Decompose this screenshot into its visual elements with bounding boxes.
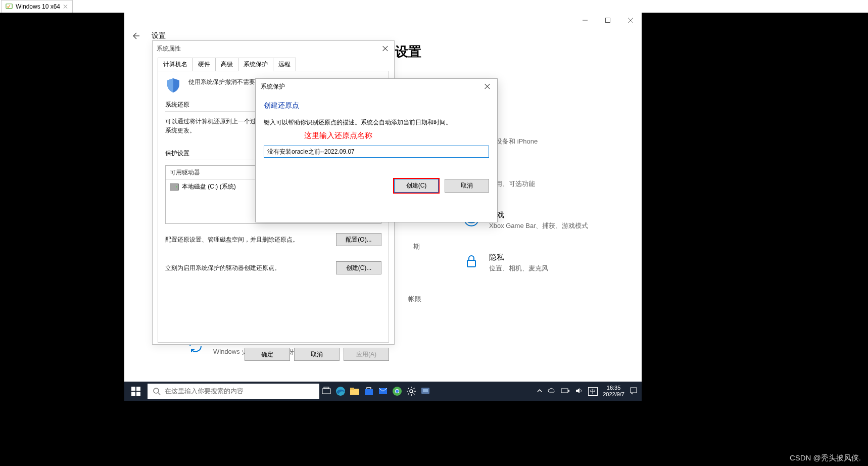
settings-heading: 设置 xyxy=(395,43,421,61)
svg-rect-11 xyxy=(136,392,140,396)
explorer-icon[interactable] xyxy=(348,382,362,401)
store-icon[interactable] xyxy=(362,382,376,401)
maximize-button[interactable] xyxy=(596,13,619,28)
feature-accounts-fragment: 帐限 xyxy=(408,295,421,304)
guest-desktop: 设置 设置 机 接 Android 设备和 iPhone 用 戈、默认应用、可选… xyxy=(124,13,642,401)
configure-button[interactable]: 配置(O)... xyxy=(336,233,381,246)
cancel-button[interactable]: 取消 xyxy=(445,179,489,193)
vm-tab-close-icon[interactable] xyxy=(63,4,68,9)
sysprop-button-row: 确定 取消 应用(A) xyxy=(158,348,389,361)
feature-title: 隐私 xyxy=(489,253,548,262)
feature-sub: Xbox Game Bar、捕获、游戏模式 xyxy=(489,221,589,230)
vm-tab[interactable]: Windows 10 x64 xyxy=(1,0,73,13)
settings-app-title: 设置 xyxy=(152,31,166,40)
svg-line-13 xyxy=(158,393,160,395)
drive-item-label: 本地磁盘 (C:) (系统) xyxy=(182,182,236,191)
feature-time-fragment: 期 xyxy=(413,242,420,251)
svg-rect-2 xyxy=(605,18,610,23)
svg-rect-14 xyxy=(322,389,330,394)
tab-system-protection[interactable]: 系统保护 xyxy=(238,58,273,71)
taskbar-clock[interactable]: 16:35 2022/9/7 xyxy=(603,385,624,397)
restore-point-name-input[interactable] xyxy=(264,146,489,158)
clock-time: 16:35 xyxy=(603,385,624,391)
svg-rect-29 xyxy=(631,388,637,393)
apply-button: 应用(A) xyxy=(344,348,389,361)
search-icon xyxy=(153,387,161,395)
clock-date: 2022/9/7 xyxy=(603,391,624,398)
annotation-text: 这里输入还原点名称 xyxy=(304,131,489,141)
feature-privacy[interactable]: 隐私 位置、相机、麦克风 xyxy=(463,253,635,273)
lock-icon xyxy=(463,253,480,270)
svg-rect-28 xyxy=(568,390,569,392)
vm-tabbar: Windows 10 x64 xyxy=(0,0,868,13)
task-view-icon[interactable] xyxy=(319,382,333,401)
svg-rect-10 xyxy=(131,392,135,396)
sysprop-titlebar[interactable]: 系统属性 xyxy=(153,41,394,56)
configure-desc: 配置还原设置、管理磁盘空间，并且删除还原点。 xyxy=(165,235,327,244)
tab-remote[interactable]: 远程 xyxy=(273,58,296,71)
svg-rect-26 xyxy=(423,389,428,392)
csdn-watermark: CSDN @秃头披风侠. xyxy=(790,453,861,463)
svg-point-12 xyxy=(154,388,159,393)
tray-chevron-up-icon[interactable] xyxy=(537,388,543,395)
edge-icon[interactable] xyxy=(333,382,348,401)
close-button[interactable] xyxy=(619,13,642,28)
taskbar-search-input[interactable]: 在这里输入你要搜索的内容 xyxy=(148,384,319,399)
tab-hardware[interactable]: 硬件 xyxy=(192,58,216,71)
svg-point-23 xyxy=(396,390,399,393)
drive-icon xyxy=(170,183,179,191)
cancel-button[interactable]: 取消 xyxy=(294,348,340,361)
svg-rect-9 xyxy=(136,387,140,391)
vm-stage: 设置 设置 机 接 Android 设备和 iPhone 用 戈、默认应用、可选… xyxy=(0,13,868,466)
feature-title: 游戏 xyxy=(489,210,589,220)
battery-icon[interactable] xyxy=(561,388,570,395)
start-button[interactable] xyxy=(124,382,148,401)
chrome-icon[interactable] xyxy=(390,382,404,401)
sysprotect-heading: 创建还原点 xyxy=(264,101,489,110)
onedrive-icon[interactable] xyxy=(548,387,556,396)
shield-icon xyxy=(165,77,181,94)
volume-icon[interactable] xyxy=(575,387,583,396)
settings-taskbar-icon[interactable] xyxy=(404,382,418,401)
create-restore-button[interactable]: 创建(C)... xyxy=(336,261,381,274)
tab-advanced[interactable]: 高级 xyxy=(215,58,238,71)
ok-button[interactable]: 确定 xyxy=(245,348,290,361)
sysprotect-titlebar[interactable]: 系统保护 xyxy=(256,79,497,94)
svg-rect-27 xyxy=(561,389,568,393)
tab-computer-name[interactable]: 计算机名 xyxy=(158,58,193,71)
sysprop-title-text: 系统属性 xyxy=(157,44,181,53)
svg-rect-18 xyxy=(350,388,354,390)
taskbar: 在这里输入你要搜索的内容 中 16:35 2022/9/7 xyxy=(124,382,642,401)
svg-rect-7 xyxy=(467,260,475,267)
notifications-icon[interactable] xyxy=(630,387,638,396)
vm-tab-label: Windows 10 x64 xyxy=(16,3,60,10)
svg-point-24 xyxy=(410,390,413,393)
mail-icon[interactable] xyxy=(376,382,390,401)
ime-indicator[interactable]: 中 xyxy=(588,387,598,396)
svg-rect-19 xyxy=(365,389,373,395)
settings-titlebar xyxy=(124,13,642,28)
sysprop-tabs: 计算机名 硬件 高级 系统保护 远程 xyxy=(153,56,394,71)
feature-sub: 位置、相机、麦克风 xyxy=(489,264,548,273)
create-desc: 立刻为启用系统保护的驱动器创建还原点。 xyxy=(165,263,327,272)
sysprotect-title-text: 系统保护 xyxy=(261,82,285,91)
svg-rect-15 xyxy=(324,387,329,389)
vm-monitor-icon xyxy=(6,3,13,10)
search-placeholder: 在这里输入你要搜索的内容 xyxy=(165,387,244,396)
sysprop-shield-text: 使用系统保护撤消不需要 xyxy=(188,77,255,86)
back-arrow-icon[interactable] xyxy=(129,30,141,42)
minimize-button[interactable] xyxy=(573,13,596,28)
settings-header: 设置 xyxy=(124,28,642,42)
create-button[interactable]: 创建(C) xyxy=(394,179,439,193)
close-icon[interactable] xyxy=(483,82,492,91)
svg-rect-8 xyxy=(131,387,135,391)
system-tray: 中 16:35 2022/9/7 xyxy=(533,385,642,397)
system-protection-dialog: 系统保护 创建还原点 键入可以帮助你识别还原点的描述。系统会自动添加当前日期和时… xyxy=(255,78,498,222)
sysprotect-desc: 键入可以帮助你识别还原点的描述。系统会自动添加当前日期和时间。 xyxy=(264,118,489,127)
close-icon[interactable] xyxy=(381,44,390,53)
vmtools-icon[interactable] xyxy=(418,382,432,401)
